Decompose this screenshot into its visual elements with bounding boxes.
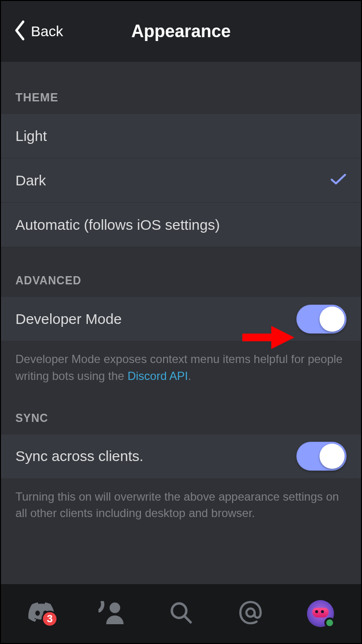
section-header-theme: THEME xyxy=(1,62,361,114)
svg-line-3 xyxy=(185,616,191,622)
discord-api-link[interactable]: Discord API xyxy=(127,369,188,382)
svg-point-1 xyxy=(110,602,120,613)
developer-mode-toggle[interactable] xyxy=(296,305,347,334)
tab-mentions[interactable] xyxy=(233,596,268,631)
status-online-icon xyxy=(324,617,335,628)
search-icon xyxy=(169,601,193,626)
tab-friends[interactable] xyxy=(94,596,129,631)
theme-option-automatic[interactable]: Automatic (follows iOS settings) xyxy=(1,203,361,247)
theme-option-label: Automatic (follows iOS settings) xyxy=(15,217,220,233)
sync-clients-toggle[interactable] xyxy=(296,442,347,471)
friends-icon xyxy=(98,601,125,626)
theme-option-label: Dark xyxy=(15,172,46,189)
sync-clients-description: Turning this on will overwrite the above… xyxy=(1,479,361,522)
developer-mode-label: Developer Mode xyxy=(15,311,122,327)
tab-home[interactable]: 3 xyxy=(24,596,59,631)
section-header-advanced: ADVANCED xyxy=(1,247,361,297)
desc-text: . xyxy=(188,369,192,382)
sync-clients-label: Sync across clients. xyxy=(15,448,143,464)
sync-clients-row[interactable]: Sync across clients. xyxy=(1,434,361,479)
back-label: Back xyxy=(31,23,63,40)
svg-point-4 xyxy=(247,609,255,617)
section-header-sync: SYNC xyxy=(1,385,361,434)
developer-mode-row[interactable]: Developer Mode xyxy=(1,297,361,341)
back-button[interactable]: Back xyxy=(1,20,63,43)
notification-badge: 3 xyxy=(42,611,58,627)
at-sign-icon xyxy=(238,601,263,627)
theme-option-light[interactable]: Light xyxy=(1,114,361,158)
header-bar: Back Appearance xyxy=(1,1,361,62)
developer-mode-description: Developer Mode exposes context menu item… xyxy=(1,341,361,385)
tab-search[interactable] xyxy=(164,596,198,631)
avatar xyxy=(307,600,334,627)
tab-bar: 3 xyxy=(1,584,361,643)
tab-profile[interactable] xyxy=(303,596,338,631)
chevron-left-icon xyxy=(14,20,26,43)
theme-option-label: Light xyxy=(15,128,47,144)
check-icon xyxy=(330,172,347,189)
theme-option-dark[interactable]: Dark xyxy=(1,158,361,203)
